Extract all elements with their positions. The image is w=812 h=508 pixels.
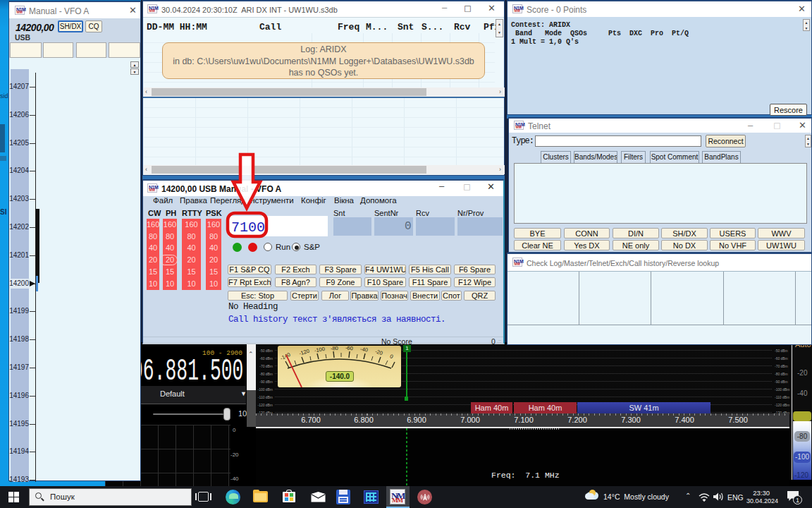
svg-text:0: 0 [389,353,395,360]
svg-text:-40: -40 [359,346,368,353]
svg-text:-140: -140 [279,351,291,362]
svg-text:-120: -120 [298,348,310,357]
svg-text:-100: -100 [314,346,325,353]
svg-text:-20: -20 [374,348,383,356]
svg-text:-80: -80 [331,346,338,351]
svg-text:-60: -60 [345,346,353,351]
